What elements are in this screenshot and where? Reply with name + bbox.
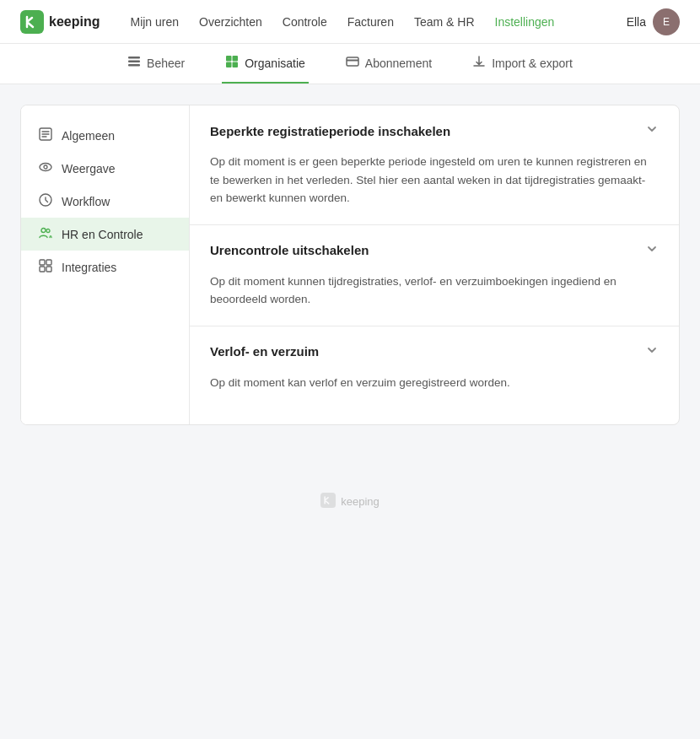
subnav-import-export-label: Import & export (492, 57, 573, 70)
settings-sidebar: Algemeen Weergave Workflow HR en Control… (21, 105, 190, 424)
svg-rect-0 (20, 10, 44, 34)
integraties-icon (38, 259, 53, 275)
page-footer: keeping (20, 493, 680, 510)
footer-brand-name: keeping (341, 495, 380, 508)
nav-instellingen[interactable]: Instellingen (495, 15, 555, 29)
nav-links: Mijn uren Overzichten Controle Facturen … (130, 15, 602, 29)
accordion-text-beperkte-registratie: Op dit moment is er geen beperkte period… (210, 153, 659, 208)
svg-rect-20 (46, 260, 51, 265)
workflow-icon (38, 193, 53, 209)
subnav-organisatie[interactable]: Organisatie (222, 44, 309, 84)
sidebar-item-integraties-label: Integraties (62, 261, 116, 274)
subnav-organisatie-label: Organisatie (245, 57, 305, 70)
accordion-verlof-verzuim: Verlof- en verzuim Op dit moment kan ver… (190, 326, 679, 409)
beheer-icon (127, 55, 141, 71)
svg-rect-4 (226, 56, 232, 62)
avatar-initials: E (663, 16, 670, 28)
chevron-down-icon-3 (645, 343, 659, 360)
svg-rect-8 (347, 57, 358, 66)
accordion-urencontrole: Urencontrole uitschakelen Op dit moment … (190, 225, 679, 326)
subnav-abonnement-label: Abonnement (365, 57, 432, 70)
sidebar-item-workflow-label: Workflow (62, 195, 110, 208)
accordion-header-verlof-verzuim[interactable]: Verlof- en verzuim (190, 326, 679, 374)
accordion-title-verlof-verzuim: Verlof- en verzuim (210, 344, 319, 359)
svg-rect-21 (40, 267, 45, 272)
footer-logo-icon (320, 493, 336, 510)
accordion-header-urencontrole[interactable]: Urencontrole uitschakelen (190, 225, 679, 272)
sidebar-item-workflow[interactable]: Workflow (21, 185, 189, 218)
user-name: Ella (627, 15, 646, 29)
sidebar-item-hr-controle-label: HR en Controle (62, 228, 143, 241)
accordion-title-urencontrole: Urencontrole uitschakelen (210, 243, 369, 257)
svg-point-17 (41, 229, 46, 233)
svg-rect-2 (128, 61, 140, 63)
sidebar-item-hr-controle[interactable]: HR en Controle (21, 218, 189, 251)
nav-facturen[interactable]: Facturen (347, 15, 394, 29)
accordion-text-verlof-verzuim: Op dit moment kan verlof en verzuim gere… (210, 374, 659, 392)
svg-rect-23 (320, 493, 336, 508)
main-panel: Algemeen Weergave Workflow HR en Control… (20, 105, 680, 425)
chevron-down-icon-2 (645, 242, 659, 259)
weergave-icon (38, 160, 53, 176)
accordion-body-urencontrole: Op dit moment kunnen tijdregistraties, v… (190, 272, 679, 326)
brand-logo[interactable]: keeping (20, 10, 100, 34)
avatar: E (653, 8, 680, 35)
accordion-body-verlof-verzuim: Op dit moment kan verlof en verzuim gere… (190, 374, 679, 409)
sub-navigation: Beheer Organisatie Abonnement Import & e… (0, 44, 700, 84)
svg-rect-1 (128, 57, 140, 59)
svg-point-18 (46, 229, 50, 233)
subnav-abonnement[interactable]: Abonnement (342, 44, 435, 84)
accordion-text-urencontrole: Op dit moment kunnen tijdregistraties, v… (210, 272, 659, 309)
user-menu[interactable]: Ella E (627, 8, 680, 35)
svg-rect-3 (128, 64, 140, 67)
sidebar-item-algemeen[interactable]: Algemeen (21, 119, 189, 152)
top-navigation: keeping Mijn uren Overzichten Controle F… (0, 0, 700, 44)
nav-mijn-uren[interactable]: Mijn uren (130, 15, 179, 29)
accordion-header-beperkte-registratie[interactable]: Beperkte registratieperiode inschakelen (190, 105, 679, 153)
accordion-body-beperkte-registratie: Op dit moment is er geen beperkte period… (190, 153, 679, 224)
import-export-icon (472, 55, 486, 71)
svg-point-15 (44, 165, 47, 169)
sidebar-item-weergave-label: Weergave (62, 162, 116, 175)
settings-content: Beperkte registratieperiode inschakelen … (190, 105, 679, 424)
hr-controle-icon (38, 226, 53, 242)
svg-rect-7 (233, 62, 239, 68)
svg-point-14 (40, 164, 51, 171)
nav-overzichten[interactable]: Overzichten (199, 15, 262, 29)
nav-team-hr[interactable]: Team & HR (414, 15, 475, 29)
svg-rect-22 (46, 267, 51, 272)
accordion-title-beperkte-registratie: Beperkte registratieperiode inschakelen (210, 124, 450, 138)
nav-controle[interactable]: Controle (283, 15, 327, 29)
organisatie-icon (225, 55, 239, 71)
sidebar-item-integraties[interactable]: Integraties (21, 251, 189, 283)
page-content: Algemeen Weergave Workflow HR en Control… (0, 84, 700, 544)
subnav-beheer-label: Beheer (147, 57, 185, 70)
sidebar-item-weergave[interactable]: Weergave (21, 152, 189, 185)
svg-rect-6 (226, 62, 232, 68)
sidebar-item-algemeen-label: Algemeen (62, 129, 115, 143)
subnav-beheer[interactable]: Beheer (124, 44, 188, 84)
accordion-beperkte-registratie: Beperkte registratieperiode inschakelen … (190, 105, 679, 225)
chevron-down-icon (645, 122, 659, 139)
svg-rect-5 (233, 56, 239, 62)
brand-name: keeping (49, 14, 100, 30)
abonnement-icon (346, 55, 359, 71)
keeping-logo-icon (20, 10, 44, 34)
subnav-import-export[interactable]: Import & export (469, 44, 576, 84)
svg-rect-19 (40, 260, 45, 265)
svg-rect-9 (347, 60, 358, 62)
algemeen-icon (38, 127, 53, 143)
